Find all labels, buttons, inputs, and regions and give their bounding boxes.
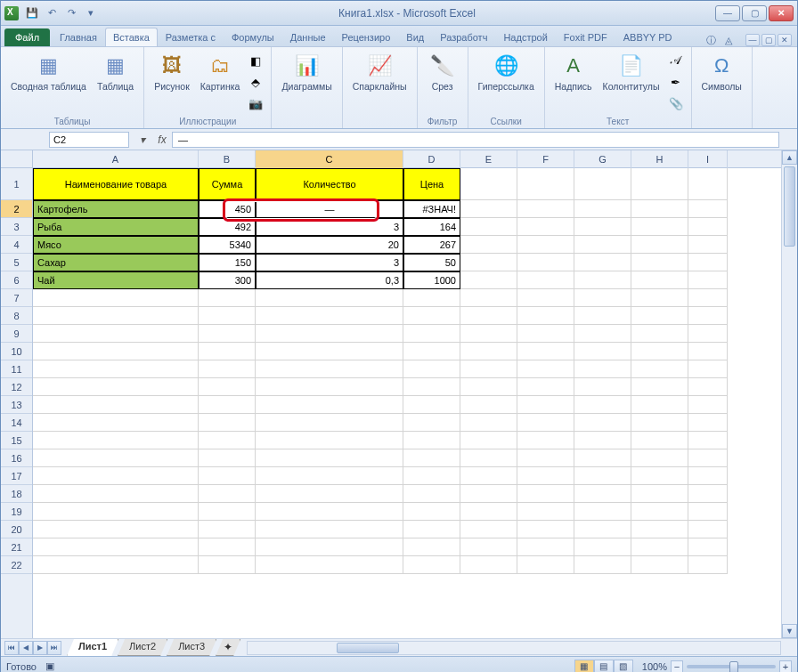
cell-C12[interactable] bbox=[256, 378, 403, 396]
cell-F13[interactable] bbox=[517, 396, 574, 414]
cell-I11[interactable] bbox=[688, 360, 728, 378]
cell-I4[interactable] bbox=[688, 236, 728, 254]
name-box[interactable]: C2 bbox=[49, 132, 129, 148]
cell-D13[interactable] bbox=[403, 396, 460, 414]
row-header-16[interactable]: 16 bbox=[1, 449, 32, 467]
cell-G2[interactable] bbox=[574, 200, 631, 218]
cell-I18[interactable] bbox=[688, 485, 728, 503]
cell-A4[interactable]: Мясо bbox=[33, 236, 199, 254]
sheet-nav-next[interactable]: ▶ bbox=[33, 641, 47, 655]
sheet-nav-first[interactable]: ⏮ bbox=[4, 641, 19, 655]
row-header-1[interactable]: 1 bbox=[1, 168, 32, 200]
page-layout-view-button[interactable]: ▤ bbox=[594, 660, 614, 673]
cell-A20[interactable] bbox=[33, 521, 199, 538]
row-header-21[interactable]: 21 bbox=[1, 538, 32, 556]
cell-C22[interactable] bbox=[256, 556, 403, 574]
cell-D5[interactable]: 50 bbox=[403, 254, 460, 271]
cell-I7[interactable] bbox=[688, 289, 728, 307]
cell-E5[interactable] bbox=[460, 254, 517, 271]
zoom-level[interactable]: 100% bbox=[642, 661, 667, 672]
cell-F5[interactable] bbox=[517, 254, 574, 271]
cell-A7[interactable] bbox=[33, 289, 199, 307]
object-button[interactable]: 📎 bbox=[666, 93, 686, 113]
row-header-10[interactable]: 10 bbox=[1, 343, 32, 360]
ribbon-tab-0[interactable]: Главная bbox=[52, 28, 105, 46]
textbox-button[interactable]: AНадпись bbox=[550, 49, 597, 95]
cell-F17[interactable] bbox=[517, 467, 574, 485]
cell-A13[interactable] bbox=[33, 396, 199, 414]
cell-C4[interactable]: 20 bbox=[256, 236, 403, 254]
scroll-down-icon[interactable]: ▼ bbox=[782, 624, 797, 638]
zoom-slider[interactable] bbox=[687, 665, 776, 668]
cell-E20[interactable] bbox=[460, 521, 517, 538]
scroll-up-icon[interactable]: ▲ bbox=[782, 150, 797, 165]
cell-D8[interactable] bbox=[403, 307, 460, 325]
cell-I13[interactable] bbox=[688, 396, 728, 414]
cell-G4[interactable] bbox=[574, 236, 631, 254]
cell-D19[interactable] bbox=[403, 503, 460, 521]
cell-H5[interactable] bbox=[631, 254, 688, 271]
cell-F21[interactable] bbox=[517, 538, 574, 556]
cell-B16[interactable] bbox=[199, 449, 256, 467]
ribbon-tab-10[interactable]: ABBYY PD bbox=[615, 28, 680, 46]
cell-D3[interactable]: 164 bbox=[403, 218, 460, 236]
zoom-in-button[interactable]: + bbox=[779, 660, 792, 673]
row-header-6[interactable]: 6 bbox=[1, 271, 32, 289]
cell-I12[interactable] bbox=[688, 378, 728, 396]
cell-F4[interactable] bbox=[517, 236, 574, 254]
ribbon-tab-3[interactable]: Формулы bbox=[224, 28, 282, 46]
sheet-tab-1[interactable]: Лист2 bbox=[118, 639, 167, 656]
cell-I9[interactable] bbox=[688, 325, 728, 343]
row-header-17[interactable]: 17 bbox=[1, 467, 32, 485]
cell-I19[interactable] bbox=[688, 503, 728, 521]
cell-C20[interactable] bbox=[256, 521, 403, 538]
cell-A6[interactable]: Чай bbox=[33, 271, 199, 289]
cell-G11[interactable] bbox=[574, 360, 631, 378]
cell-E1[interactable] bbox=[460, 168, 517, 200]
cell-B10[interactable] bbox=[199, 343, 256, 360]
cell-F2[interactable] bbox=[517, 200, 574, 218]
cell-F22[interactable] bbox=[517, 556, 574, 574]
cell-A3[interactable]: Рыба bbox=[33, 218, 199, 236]
cell-A15[interactable] bbox=[33, 432, 199, 449]
cell-H7[interactable] bbox=[631, 289, 688, 307]
cell-B11[interactable] bbox=[199, 360, 256, 378]
ribbon-minimize-icon[interactable]: ◬ bbox=[722, 34, 735, 46]
row-header-9[interactable]: 9 bbox=[1, 325, 32, 343]
cell-D17[interactable] bbox=[403, 467, 460, 485]
cell-D12[interactable] bbox=[403, 378, 460, 396]
slicer-button[interactable]: 🔪Срез bbox=[423, 49, 462, 95]
cell-F3[interactable] bbox=[517, 218, 574, 236]
cell-G19[interactable] bbox=[574, 503, 631, 521]
cell-H19[interactable] bbox=[631, 503, 688, 521]
sheet-tab-0[interactable]: Лист1 bbox=[67, 639, 118, 656]
cell-F20[interactable] bbox=[517, 521, 574, 538]
cell-C1[interactable]: Количество bbox=[256, 168, 403, 200]
cell-G8[interactable] bbox=[574, 307, 631, 325]
cell-A22[interactable] bbox=[33, 556, 199, 574]
cell-G15[interactable] bbox=[574, 432, 631, 449]
cell-D11[interactable] bbox=[403, 360, 460, 378]
mdi-close-button[interactable]: ✕ bbox=[778, 34, 792, 46]
cell-G10[interactable] bbox=[574, 343, 631, 360]
cell-H17[interactable] bbox=[631, 467, 688, 485]
cell-H14[interactable] bbox=[631, 414, 688, 432]
smartart-button[interactable]: ⬘ bbox=[246, 72, 265, 92]
cell-B19[interactable] bbox=[199, 503, 256, 521]
cell-A18[interactable] bbox=[33, 485, 199, 503]
cell-B4[interactable]: 5340 bbox=[199, 236, 256, 254]
cell-D4[interactable]: 267 bbox=[403, 236, 460, 254]
cell-H10[interactable] bbox=[631, 343, 688, 360]
cell-C8[interactable] bbox=[256, 307, 403, 325]
ribbon-tab-1[interactable]: Вставка bbox=[105, 28, 158, 46]
cell-E18[interactable] bbox=[460, 485, 517, 503]
header-footer-button[interactable]: 📄Колонтитулы bbox=[598, 49, 664, 95]
signature-line-button[interactable]: ✒ bbox=[666, 72, 686, 92]
column-header-D[interactable]: D bbox=[403, 150, 460, 168]
save-button[interactable]: 💾 bbox=[24, 5, 40, 21]
cell-G1[interactable] bbox=[574, 168, 631, 200]
cell-B9[interactable] bbox=[199, 325, 256, 343]
cell-B3[interactable]: 492 bbox=[199, 218, 256, 236]
cell-C21[interactable] bbox=[256, 538, 403, 556]
cell-D9[interactable] bbox=[403, 325, 460, 343]
